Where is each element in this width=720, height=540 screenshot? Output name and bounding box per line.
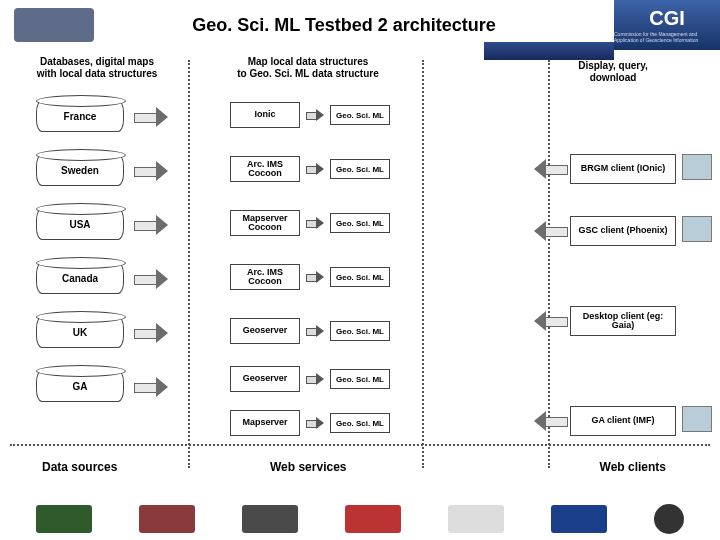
client-box: GSC client (Phoenix) bbox=[570, 216, 676, 246]
ga-logo-icon bbox=[448, 505, 504, 533]
column-divider-1 bbox=[188, 60, 190, 468]
datasource-label: Canada bbox=[36, 262, 124, 294]
service-transform: Mapserver bbox=[230, 410, 300, 436]
arrow-small-right-icon bbox=[306, 111, 324, 119]
service-output: Geo. Sci. ML bbox=[330, 369, 390, 389]
footer-logos bbox=[0, 498, 720, 540]
datasource-usa: USA bbox=[36, 208, 124, 242]
arrow-left-icon bbox=[534, 162, 568, 176]
arrow-left-icon bbox=[534, 414, 568, 428]
arrow-right-icon bbox=[134, 380, 168, 394]
arrow-small-right-icon bbox=[306, 419, 324, 427]
service-output: Geo. Sci. ML bbox=[330, 159, 390, 179]
bottom-label-web-services: Web services bbox=[270, 460, 347, 474]
architecture-diagram: Databases, digital maps with local data … bbox=[0, 50, 720, 480]
arrow-right-icon bbox=[134, 110, 168, 124]
service-output: Geo. Sci. ML bbox=[330, 321, 390, 341]
service-output: Geo. Sci. ML bbox=[330, 213, 390, 233]
datasource-ga: GA bbox=[36, 370, 124, 404]
arrow-left-icon bbox=[534, 224, 568, 238]
arrow-right-icon bbox=[134, 218, 168, 232]
client-box: GA client (IMF) bbox=[570, 406, 676, 436]
datasource-label: GA bbox=[36, 370, 124, 402]
datasource-label: UK bbox=[36, 316, 124, 348]
arrow-right-icon bbox=[134, 326, 168, 340]
datasource-france: France bbox=[36, 100, 124, 134]
sgu-logo-icon bbox=[345, 505, 401, 533]
arrow-small-right-icon bbox=[306, 327, 324, 335]
datasource-label: Sweden bbox=[36, 154, 124, 186]
client-thumbnail-icon bbox=[682, 406, 712, 432]
column-divider-3 bbox=[548, 60, 550, 468]
column-divider-2 bbox=[422, 60, 424, 468]
arrow-right-icon bbox=[134, 272, 168, 286]
service-output: Geo. Sci. ML bbox=[330, 105, 390, 125]
arrow-small-right-icon bbox=[306, 219, 324, 227]
csiro-logo-icon bbox=[654, 504, 684, 534]
service-transform: Mapserver Cocoon bbox=[230, 210, 300, 236]
cgi-logo-subtitle: Commission for the Management and Applic… bbox=[614, 31, 720, 43]
bottom-label-data-sources: Data sources bbox=[42, 460, 117, 474]
arrow-small-right-icon bbox=[306, 165, 324, 173]
bottom-label-web-clients: Web clients bbox=[600, 460, 666, 474]
service-transform: Arc. IMS Cocoon bbox=[230, 264, 300, 290]
arrow-right-icon bbox=[134, 164, 168, 178]
client-thumbnail-icon bbox=[682, 216, 712, 242]
arrow-left-icon bbox=[534, 314, 568, 328]
datasource-canada: Canada bbox=[36, 262, 124, 296]
horizontal-divider bbox=[10, 444, 710, 446]
service-transform: Arc. IMS Cocoon bbox=[230, 156, 300, 182]
brgm-logo-icon bbox=[242, 505, 298, 533]
victoria-logo-icon bbox=[551, 505, 607, 533]
arrow-small-right-icon bbox=[306, 273, 324, 281]
service-transform: Geoserver bbox=[230, 366, 300, 392]
service-transform: Geoserver bbox=[230, 318, 300, 344]
column-1-header: Databases, digital maps with local data … bbox=[22, 56, 172, 79]
usgs-logo-icon bbox=[36, 505, 92, 533]
client-box: BRGM client (IOnic) bbox=[570, 154, 676, 184]
page-title: Geo. Sci. ML Testbed 2 architecture bbox=[74, 15, 614, 36]
datasource-uk: UK bbox=[36, 316, 124, 350]
datasource-label: USA bbox=[36, 208, 124, 240]
column-2-header: Map local data structures to Geo. Sci. M… bbox=[218, 56, 398, 79]
bgs-logo-icon bbox=[139, 505, 195, 533]
cgi-logo-text: CGI bbox=[649, 7, 685, 30]
service-output: Geo. Sci. ML bbox=[330, 267, 390, 287]
datasource-sweden: Sweden bbox=[36, 154, 124, 188]
service-output: Geo. Sci. ML bbox=[330, 413, 390, 433]
cgi-logo-icon: CGI Commission for the Management and Ap… bbox=[614, 0, 720, 50]
client-box: Desktop client (eg: Gaia) bbox=[570, 306, 676, 336]
datasource-label: France bbox=[36, 100, 124, 132]
client-thumbnail-icon bbox=[682, 154, 712, 180]
column-3-header: Display, query, download bbox=[558, 60, 668, 83]
arrow-small-right-icon bbox=[306, 375, 324, 383]
header: Geo. Sci. ML Testbed 2 architecture CGI … bbox=[0, 0, 720, 50]
service-transform: Ionic bbox=[230, 102, 300, 128]
